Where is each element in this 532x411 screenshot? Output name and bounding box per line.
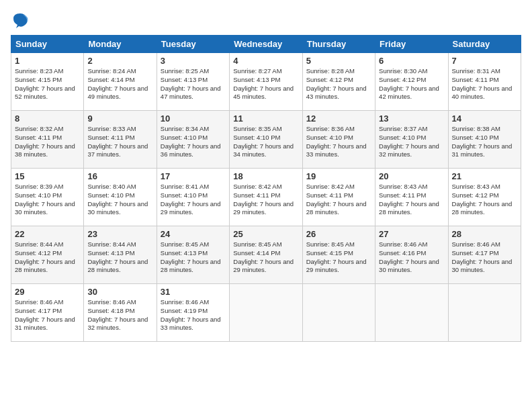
sunrise-text: Sunrise: 8:36 AM [306,125,355,132]
day-info: Sunrise: 8:45 AM Sunset: 4:13 PM Dayligh… [161,240,226,275]
sunrise-text: Sunrise: 8:44 AM [87,240,136,248]
day-info: Sunrise: 8:42 AM Sunset: 4:11 PM Dayligh… [306,183,371,217]
day-number: 2 [87,56,152,66]
table-row: 1 Sunrise: 8:23 AM Sunset: 4:15 PM Dayli… [11,53,84,111]
day-number: 9 [87,113,152,124]
table-row: 27 Sunrise: 8:46 AM Sunset: 4:16 PM Dayl… [375,226,448,284]
day-info: Sunrise: 8:27 AM Sunset: 4:13 PM Dayligh… [233,67,298,101]
daylight-text: Daylight: 7 hours and 31 minutes. [452,142,513,158]
day-info: Sunrise: 8:40 AM Sunset: 4:10 PM Dayligh… [87,183,152,217]
daylight-text: Daylight: 7 hours and 42 minutes. [379,85,439,101]
day-number: 26 [306,229,371,239]
day-number: 16 [87,171,152,181]
col-saturday: Saturday [448,36,521,53]
sunrise-text: Sunrise: 8:39 AM [15,183,63,190]
table-row: 21 Sunrise: 8:43 AM Sunset: 4:12 PM Dayl… [448,169,521,226]
sunset-text: Sunset: 4:11 PM [306,191,353,199]
day-info: Sunrise: 8:46 AM Sunset: 4:18 PM Dayligh… [87,298,152,332]
daylight-text: Daylight: 7 hours and 28 minutes. [379,200,439,216]
day-info: Sunrise: 8:23 AM Sunset: 4:15 PM Dayligh… [15,67,80,101]
sunrise-text: Sunrise: 8:31 AM [452,67,500,75]
daylight-text: Daylight: 7 hours and 30 minutes. [452,258,513,274]
sunset-text: Sunset: 4:15 PM [306,249,353,257]
day-number: 17 [161,171,226,181]
col-friday: Friday [375,36,448,53]
sunset-text: Sunset: 4:12 PM [452,191,499,199]
sunrise-text: Sunrise: 8:34 AM [161,125,209,132]
table-row [448,284,521,342]
daylight-text: Daylight: 7 hours and 28 minutes. [161,258,221,274]
sunset-text: Sunset: 4:10 PM [452,134,499,141]
day-info: Sunrise: 8:44 AM Sunset: 4:13 PM Dayligh… [87,240,152,275]
daylight-text: Daylight: 7 hours and 37 minutes. [87,142,148,158]
day-number: 25 [233,229,298,239]
day-info: Sunrise: 8:45 AM Sunset: 4:14 PM Dayligh… [233,240,298,275]
daylight-text: Daylight: 7 hours and 49 minutes. [87,85,148,101]
day-info: Sunrise: 8:46 AM Sunset: 4:19 PM Dayligh… [161,298,226,332]
logo [11,11,32,30]
sunrise-text: Sunrise: 8:45 AM [161,240,209,248]
table-row [375,284,448,342]
sunrise-text: Sunrise: 8:46 AM [452,240,500,248]
sunrise-text: Sunrise: 8:40 AM [87,183,136,190]
day-info: Sunrise: 8:25 AM Sunset: 4:13 PM Dayligh… [161,67,226,101]
day-number: 14 [452,113,517,124]
sunset-text: Sunset: 4:14 PM [233,249,280,257]
header-row: Sunday Monday Tuesday Wednesday Thursday… [11,36,521,53]
sunrise-text: Sunrise: 8:27 AM [233,67,281,75]
col-wednesday: Wednesday [230,36,302,53]
day-info: Sunrise: 8:46 AM Sunset: 4:17 PM Dayligh… [15,298,80,332]
sunrise-text: Sunrise: 8:33 AM [87,125,136,132]
sunrise-text: Sunrise: 8:41 AM [161,183,209,190]
sunset-text: Sunset: 4:10 PM [87,191,134,199]
daylight-text: Daylight: 7 hours and 29 minutes. [233,258,294,274]
day-number: 7 [452,56,517,66]
day-number: 12 [306,113,371,124]
sunrise-text: Sunrise: 8:24 AM [87,67,136,75]
sunset-text: Sunset: 4:11 PM [379,191,426,199]
day-number: 13 [379,113,444,124]
daylight-text: Daylight: 7 hours and 38 minutes. [15,142,75,158]
table-row: 23 Sunrise: 8:44 AM Sunset: 4:13 PM Dayl… [84,226,157,284]
calendar-week-row: 8 Sunrise: 8:32 AM Sunset: 4:11 PM Dayli… [11,111,521,169]
day-number: 10 [161,113,226,124]
table-row [230,284,302,342]
sunrise-text: Sunrise: 8:37 AM [379,125,427,132]
sunset-text: Sunset: 4:12 PM [15,249,62,257]
daylight-text: Daylight: 7 hours and 32 minutes. [87,316,148,332]
col-sunday: Sunday [11,36,84,53]
sunset-text: Sunset: 4:13 PM [161,249,208,257]
day-number: 19 [306,171,371,181]
daylight-text: Daylight: 7 hours and 30 minutes. [15,200,75,216]
day-number: 20 [379,171,444,181]
daylight-text: Daylight: 7 hours and 30 minutes. [379,258,439,274]
sunrise-text: Sunrise: 8:46 AM [87,298,136,306]
daylight-text: Daylight: 7 hours and 33 minutes. [306,142,367,158]
table-row: 15 Sunrise: 8:39 AM Sunset: 4:10 PM Dayl… [11,169,84,226]
day-info: Sunrise: 8:35 AM Sunset: 4:10 PM Dayligh… [233,125,298,159]
sunrise-text: Sunrise: 8:25 AM [161,67,209,75]
table-row: 19 Sunrise: 8:42 AM Sunset: 4:11 PM Dayl… [302,169,375,226]
table-row: 6 Sunrise: 8:30 AM Sunset: 4:12 PM Dayli… [375,53,448,111]
daylight-text: Daylight: 7 hours and 29 minutes. [161,200,221,216]
logo-icon [11,11,30,30]
sunset-text: Sunset: 4:11 PM [15,134,62,141]
day-number: 27 [379,229,444,239]
daylight-text: Daylight: 7 hours and 34 minutes. [233,142,294,158]
sunrise-text: Sunrise: 8:44 AM [15,240,63,248]
sunrise-text: Sunrise: 8:30 AM [379,67,427,75]
day-number: 18 [233,171,298,181]
day-number: 8 [15,113,80,124]
day-number: 31 [161,287,226,297]
calendar-week-row: 29 Sunrise: 8:46 AM Sunset: 4:17 PM Dayl… [11,284,521,342]
calendar-week-row: 1 Sunrise: 8:23 AM Sunset: 4:15 PM Dayli… [11,53,521,111]
daylight-text: Daylight: 7 hours and 32 minutes. [379,142,439,158]
sunrise-text: Sunrise: 8:28 AM [306,67,355,75]
calendar-container: Sunday Monday Tuesday Wednesday Thursday… [0,0,532,411]
sunset-text: Sunset: 4:11 PM [452,76,499,83]
day-info: Sunrise: 8:42 AM Sunset: 4:11 PM Dayligh… [233,183,298,217]
day-number: 29 [15,287,80,297]
day-info: Sunrise: 8:37 AM Sunset: 4:10 PM Dayligh… [379,125,444,159]
table-row: 31 Sunrise: 8:46 AM Sunset: 4:19 PM Dayl… [157,284,229,342]
table-row: 12 Sunrise: 8:36 AM Sunset: 4:10 PM Dayl… [302,111,375,169]
